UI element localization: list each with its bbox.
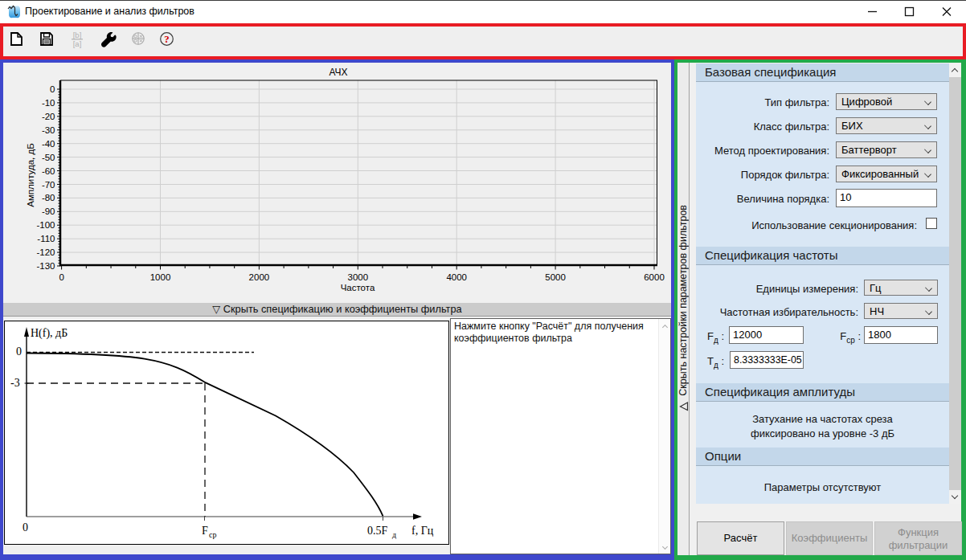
svg-text:-80: -80 <box>42 193 55 202</box>
svg-text:[b]: [b] <box>73 31 82 39</box>
svg-text:f, Гц: f, Гц <box>411 525 434 537</box>
svg-text:-60: -60 <box>42 166 55 176</box>
svg-text:Частота: Частота <box>341 283 375 292</box>
svg-text:4000: 4000 <box>446 272 467 282</box>
svg-text:-50: -50 <box>42 153 55 162</box>
svg-text:Амплитуда, дБ: Амплитуда, дБ <box>26 143 35 206</box>
svg-text:0.5F: 0.5F <box>367 525 388 537</box>
svg-text:[a]: [a] <box>73 39 82 48</box>
svg-text:0: 0 <box>16 345 22 358</box>
svg-text:-20: -20 <box>42 112 55 121</box>
svg-text:-130: -130 <box>36 261 55 271</box>
svg-text:-120: -120 <box>36 247 55 257</box>
svg-text:д: д <box>392 530 396 539</box>
svg-text:-90: -90 <box>42 206 55 216</box>
svg-text:-3: -3 <box>10 377 20 389</box>
svg-text:1000: 1000 <box>150 272 171 282</box>
svg-text:?: ? <box>164 33 170 45</box>
svg-text:ср: ср <box>209 530 216 539</box>
svg-text:-70: -70 <box>42 180 55 190</box>
svg-text:АЧХ: АЧХ <box>329 67 347 78</box>
svg-text:F: F <box>202 525 208 537</box>
svg-text:-30: -30 <box>42 125 55 135</box>
svg-text:2000: 2000 <box>249 272 270 282</box>
svg-text:-10: -10 <box>42 98 55 108</box>
svg-text:0: 0 <box>50 84 55 94</box>
svg-text:0: 0 <box>59 272 63 282</box>
svg-text:-100: -100 <box>36 220 55 230</box>
svg-text:0: 0 <box>23 521 28 533</box>
svg-text:6000: 6000 <box>644 272 665 282</box>
svg-text:H(f), дБ: H(f), дБ <box>31 327 68 340</box>
svg-text:-110: -110 <box>37 234 55 243</box>
svg-text:5000: 5000 <box>545 272 566 282</box>
svg-text:3000: 3000 <box>348 272 369 282</box>
svg-text:-40: -40 <box>42 139 55 149</box>
